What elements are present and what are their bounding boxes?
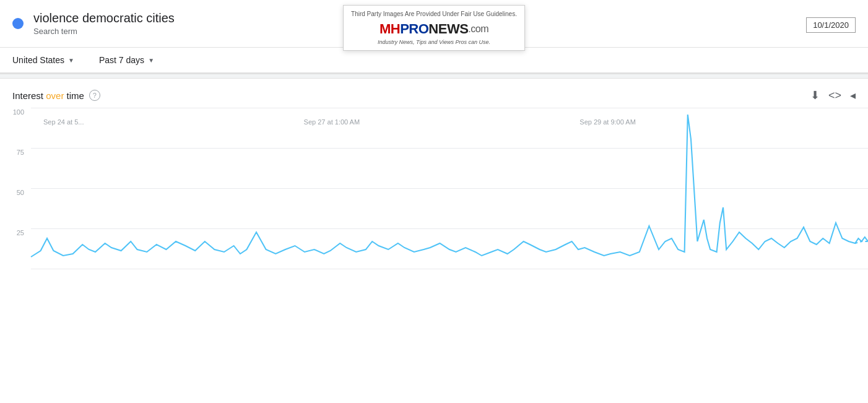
- region-label: United States: [12, 55, 64, 65]
- time-caret-icon: ▼: [148, 57, 154, 64]
- logo-dotcom: .com: [468, 24, 488, 35]
- trend-line-svg: [31, 108, 868, 269]
- search-main-term: violence democratic cities: [33, 11, 175, 25]
- help-icon[interactable]: ?: [89, 90, 100, 101]
- interest-section: Interest over time ? ⬇ <> ◂: [0, 79, 868, 102]
- time-filter[interactable]: Past 7 days ▼: [99, 55, 154, 65]
- search-text-block: violence democratic cities Search term: [33, 11, 175, 36]
- y-label-75: 75: [0, 149, 28, 156]
- search-dot: [12, 18, 24, 29]
- y-label-100: 100: [0, 108, 28, 116]
- search-sub-label: Search term: [33, 27, 175, 36]
- time-label: Past 7 days: [99, 55, 144, 65]
- y-label-25: 25: [0, 229, 28, 236]
- y-label-50: 50: [0, 189, 28, 196]
- y-axis: 25 50 75 100: [0, 108, 28, 269]
- logo-tagline: Industry News, Tips and Views Pros can U…: [351, 39, 517, 45]
- chart-container: 25 50 75 100 Sep 24 at: [0, 108, 868, 300]
- logo-pro: PRO: [400, 21, 428, 37]
- over-word: over: [46, 90, 64, 101]
- watermark-fair-use-text: Third Party Images Are Provided Under Fa…: [351, 11, 517, 17]
- chart-plot: [31, 108, 868, 269]
- embed-code-icon[interactable]: <>: [828, 89, 841, 102]
- region-filter[interactable]: United States ▼: [12, 55, 74, 65]
- logo-mh: MH: [380, 21, 400, 37]
- date-badge: 10/1/2020: [806, 17, 856, 33]
- filters-row: United States ▼ Past 7 days ▼: [0, 48, 868, 74]
- logo-news: NEWS: [428, 21, 468, 37]
- interest-header: Interest over time ? ⬇ <> ◂: [12, 89, 856, 102]
- watermark-overlay: Third Party Images Are Provided Under Fa…: [343, 5, 525, 51]
- collapse-icon[interactable]: ◂: [850, 89, 856, 102]
- download-icon[interactable]: ⬇: [810, 89, 820, 102]
- search-term-row: violence democratic cities Search term ⋮…: [0, 0, 868, 48]
- interest-title: Interest over time: [12, 90, 84, 101]
- mhpronews-logo: MHPRONEWS.com: [351, 21, 517, 37]
- region-caret-icon: ▼: [68, 57, 74, 64]
- interest-actions: ⬇ <> ◂: [810, 89, 856, 102]
- section-divider: [0, 74, 868, 79]
